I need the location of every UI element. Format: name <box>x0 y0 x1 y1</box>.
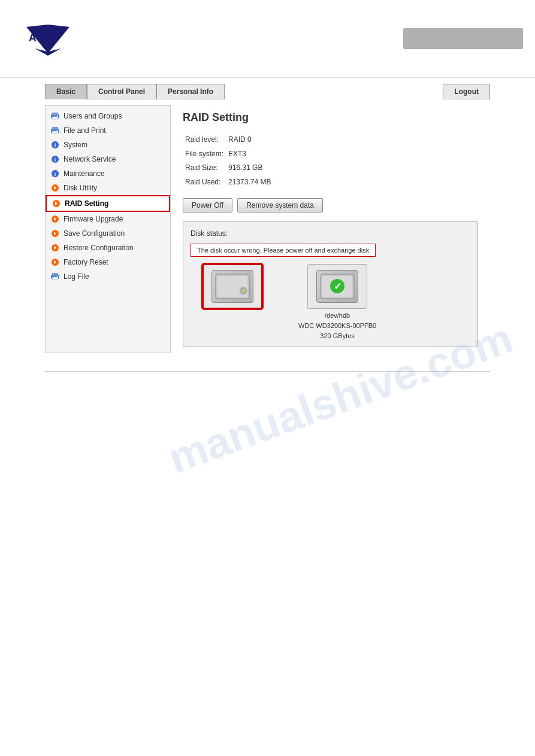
blue-circle-icon-3: i <box>50 169 60 178</box>
sidebar-item-system[interactable]: i System <box>46 138 170 152</box>
action-buttons: Power Off Remove system data <box>183 198 478 212</box>
disk-shape-2: ✓ <box>316 270 358 303</box>
file-system-value: EXT3 <box>226 147 273 162</box>
printer-icon <box>50 111 60 121</box>
content-area: RAID Setting Raid level: RAID 0 File sys… <box>171 105 490 353</box>
sidebar-label-firmware-upgrade: Firmware Upgrade <box>64 215 123 223</box>
sidebar-item-factory-reset[interactable]: Factory Reset <box>46 255 170 269</box>
svg-text:✓: ✓ <box>334 281 341 292</box>
orange-arrow-icon-3 <box>50 214 60 224</box>
sidebar-item-firmware-upgrade[interactable]: Firmware Upgrade <box>46 212 170 226</box>
svg-rect-8 <box>52 113 58 115</box>
svg-rect-13 <box>52 131 58 133</box>
svg-rect-12 <box>52 127 58 129</box>
disk-item-1 <box>202 264 262 309</box>
tab-basic[interactable]: Basic <box>45 84 87 99</box>
bottom-rule <box>45 371 490 372</box>
file-system-label: File system: <box>183 147 226 162</box>
disk-visual-2: ✓ <box>307 264 367 309</box>
sidebar-label-raid-setting: RAID Setting <box>65 199 108 208</box>
raid-size-label: Raid Size: <box>183 161 226 175</box>
orange-arrow-icon <box>50 183 60 193</box>
raid-used-label: Raid Used: <box>183 175 226 190</box>
raid-used-value: 21373.74 MB <box>226 175 273 190</box>
sidebar-item-file-print[interactable]: File and Print <box>46 123 170 138</box>
svg-point-40 <box>242 290 244 292</box>
page-title: RAID Setting <box>183 111 478 124</box>
raid-level-label: Raid level: <box>183 133 226 147</box>
printer-icon-2 <box>50 126 60 135</box>
blue-circle-icon: i <box>50 140 60 150</box>
main-layout: Users and Groups File and Print i Sys <box>0 99 535 359</box>
sidebar-item-save-config[interactable]: Save Configuration <box>46 226 170 241</box>
orange-arrow-icon-5 <box>50 243 60 253</box>
header: A TLANTIS ® AND <box>0 0 535 78</box>
disk-platter-1 <box>214 273 250 300</box>
svg-text:A: A <box>29 32 37 44</box>
header-banner <box>403 28 523 49</box>
sidebar-item-log-file[interactable]: Log File <box>46 269 170 284</box>
sidebar-item-disk-utility[interactable]: Disk Utility <box>46 181 170 195</box>
svg-text:i: i <box>55 142 56 148</box>
tab-control-panel[interactable]: Control Panel <box>87 84 156 99</box>
remove-system-data-button[interactable]: Remove system data <box>237 198 323 212</box>
orange-arrow-icon-4 <box>50 229 60 238</box>
printer-icon-3 <box>50 272 60 281</box>
raid-info: Raid level: RAID 0 File system: EXT3 Rai… <box>183 133 478 189</box>
svg-rect-34 <box>52 273 58 275</box>
sidebar-item-users-groups[interactable]: Users and Groups <box>46 109 170 123</box>
svg-marker-1 <box>48 25 69 53</box>
sidebar-label-users-groups: Users and Groups <box>64 112 122 120</box>
svg-point-10 <box>57 116 58 117</box>
orange-arrow-icon-2 <box>52 199 61 208</box>
raid-level-value: RAID 0 <box>226 133 273 147</box>
disks-row: ✓ /dev/hdb WDC WD3200KS-00PFB0 320 GByte… <box>191 264 470 339</box>
disk-error-message: The disk occur wrong, Please power off a… <box>191 244 376 257</box>
disk-item-2: ✓ /dev/hdb WDC WD3200KS-00PFB0 320 GByte… <box>298 264 376 339</box>
sidebar-item-restore-config[interactable]: Restore Configuration <box>46 241 170 255</box>
disk-status-label: Disk status: <box>191 229 470 238</box>
sidebar-label-factory-reset: Factory Reset <box>64 258 108 266</box>
svg-point-36 <box>57 276 58 277</box>
sidebar-item-maintenance[interactable]: i Maintenance <box>46 166 170 181</box>
svg-text:AND: AND <box>38 39 47 43</box>
nav-tabs: Basic Control Panel Personal Info Logout <box>0 84 535 99</box>
disk-dev-label: /dev/hdb <box>325 312 350 319</box>
logo-container: A TLANTIS ® AND <box>12 15 84 63</box>
svg-text:TLANTIS: TLANTIS <box>38 33 57 38</box>
power-off-button[interactable]: Power Off <box>183 198 232 212</box>
logo: A TLANTIS ® AND <box>12 15 84 63</box>
blue-circle-icon-2: i <box>50 154 60 164</box>
sidebar-label-network-service: Network Service <box>64 155 116 163</box>
disk-shape-1 <box>211 270 253 303</box>
sidebar-label-log-file: Log File <box>64 272 89 281</box>
nav-tabs-left: Basic Control Panel Personal Info <box>45 84 225 99</box>
sidebar-item-network-service[interactable]: i Network Service <box>46 152 170 166</box>
sidebar-label-system: System <box>64 141 87 149</box>
sidebar-item-raid-setting[interactable]: RAID Setting <box>46 195 170 212</box>
orange-arrow-icon-6 <box>50 257 60 267</box>
raid-size-value: 916.31 GB <box>226 161 273 175</box>
disk-platter-2: ✓ <box>319 273 355 300</box>
disk-size-label: 320 GBytes <box>320 332 354 339</box>
sidebar: Users and Groups File and Print i Sys <box>45 105 171 353</box>
svg-rect-9 <box>52 117 58 119</box>
svg-rect-35 <box>52 277 58 280</box>
disk-model-label: WDC WD3200KS-00PFB0 <box>298 322 376 329</box>
sidebar-label-disk-utility: Disk Utility <box>64 184 97 192</box>
disk-visual-1 <box>202 264 262 309</box>
disk-status-panel: Disk status: The disk occur wrong, Pleas… <box>183 221 478 347</box>
svg-point-14 <box>57 130 58 131</box>
sidebar-label-save-config: Save Configuration <box>64 229 125 238</box>
sidebar-label-restore-config: Restore Configuration <box>64 244 134 252</box>
svg-text:i: i <box>55 171 56 177</box>
tab-personal-info[interactable]: Personal Info <box>156 84 225 99</box>
logout-button[interactable]: Logout <box>443 84 490 99</box>
sidebar-label-file-print: File and Print <box>64 126 106 135</box>
sidebar-label-maintenance: Maintenance <box>64 169 105 178</box>
svg-text:i: i <box>55 157 56 163</box>
